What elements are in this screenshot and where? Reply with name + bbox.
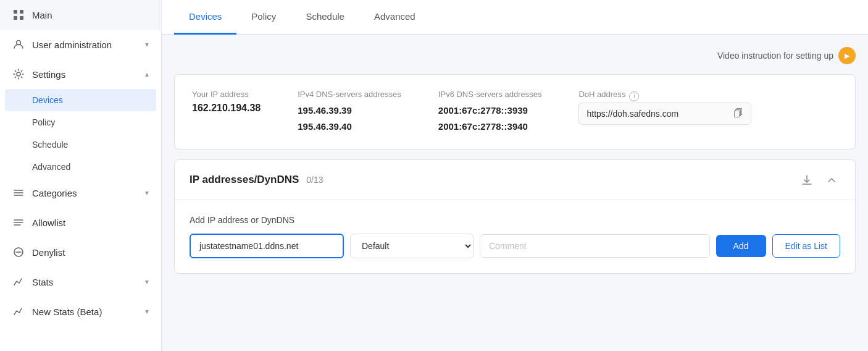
video-instruction: Video instruction for setting up ▶ bbox=[174, 47, 856, 64]
sidebar-item-denylist[interactable]: Denylist bbox=[0, 237, 161, 267]
dns-info-card: Your IP address 162.210.194.38 IPv4 DNS-… bbox=[174, 74, 856, 150]
comment-input[interactable] bbox=[480, 234, 710, 258]
ipv4-value-1: 195.46.39.39 bbox=[298, 105, 352, 116]
doh-group: DoH address i https://doh.safedns.com 🗍 bbox=[578, 90, 751, 134]
sidebar-item-schedule[interactable]: Schedule bbox=[0, 133, 161, 156]
section-title: IP addresses/DynDNS bbox=[190, 174, 299, 186]
doh-label-wrap: DoH address i bbox=[578, 90, 751, 103]
sidebar-item-allowlist-label: Allowlist bbox=[32, 218, 65, 228]
info-icon[interactable]: i bbox=[629, 91, 639, 101]
ipv6-group: IPv6 DNS-servers addresses 2001:67c:2778… bbox=[438, 90, 542, 134]
doh-label: DoH address bbox=[578, 90, 625, 99]
sidebar-item-main-label: Main bbox=[32, 10, 52, 20]
main-content: Devices Policy Schedule Advanced Video i… bbox=[162, 0, 868, 351]
chevron-down-icon-3: ▾ bbox=[145, 277, 149, 286]
sidebar-item-advanced[interactable]: Advanced bbox=[0, 156, 161, 178]
sidebar-item-stats-label: Stats bbox=[32, 277, 53, 287]
ipv6-label: IPv6 DNS-servers addresses bbox=[438, 90, 542, 99]
download-button[interactable] bbox=[798, 171, 816, 188]
ip-address-value: 162.210.194.38 bbox=[192, 103, 261, 114]
section-header: IP addresses/DynDNS 0/13 bbox=[175, 160, 855, 200]
sidebar-item-new-stats[interactable]: New Stats (Beta) ▾ bbox=[0, 297, 161, 326]
tab-policy[interactable]: Policy bbox=[236, 0, 291, 35]
categories-icon bbox=[12, 187, 25, 199]
tab-schedule[interactable]: Schedule bbox=[291, 0, 359, 35]
chevron-up-icon: ▴ bbox=[145, 70, 149, 78]
section-count: 0/13 bbox=[306, 175, 323, 185]
chevron-down-icon-4: ▾ bbox=[145, 307, 149, 316]
grid-icon bbox=[12, 9, 25, 21]
profile-select[interactable]: Default bbox=[350, 234, 474, 258]
sidebar: Main User administration ▾ Settings ▴ De… bbox=[0, 0, 162, 351]
ip-section-card: IP addresses/DynDNS 0/13 bbox=[174, 159, 856, 274]
sidebar-item-user-admin-label: User administration bbox=[32, 40, 112, 50]
sidebar-sub-policy-label: Policy bbox=[32, 117, 55, 127]
collapse-button[interactable] bbox=[823, 171, 840, 188]
sidebar-item-allowlist[interactable]: Allowlist bbox=[0, 208, 161, 237]
svg-rect-1 bbox=[20, 10, 23, 14]
sidebar-item-stats[interactable]: Stats ▾ bbox=[0, 267, 161, 297]
sidebar-sub-devices-label: Devices bbox=[32, 95, 63, 105]
ipv4-label: IPv4 DNS-servers addresses bbox=[298, 90, 401, 99]
svg-point-5 bbox=[17, 72, 20, 76]
page-content: Video instruction for setting up ▶ Your … bbox=[162, 35, 868, 351]
add-button[interactable]: Add bbox=[716, 235, 766, 257]
svg-rect-0 bbox=[14, 10, 17, 14]
chevron-down-icon-2: ▾ bbox=[145, 188, 149, 197]
sidebar-item-devices[interactable]: Devices bbox=[5, 89, 156, 111]
svg-rect-3 bbox=[20, 16, 23, 20]
add-form-row: Default Add Edit as List bbox=[190, 234, 840, 258]
ipv6-value-1: 2001:67c:2778::3939 bbox=[438, 105, 528, 116]
stats-icon bbox=[12, 276, 25, 288]
sidebar-sub-schedule-label: Schedule bbox=[32, 140, 68, 150]
denylist-icon bbox=[12, 246, 25, 258]
allowlist-icon bbox=[12, 216, 25, 229]
add-form-area: Add IP address or DynDNS Default Add Edi… bbox=[175, 200, 855, 273]
ip-address-input[interactable] bbox=[190, 234, 344, 258]
sidebar-item-categories[interactable]: Categories ▾ bbox=[0, 178, 161, 208]
ipv6-value-2: 2001:67c:2778::3940 bbox=[438, 121, 528, 132]
ip-address-label: Your IP address bbox=[192, 90, 261, 99]
settings-icon bbox=[12, 68, 25, 80]
new-stats-icon bbox=[12, 305, 25, 318]
add-form-label: Add IP address or DynDNS bbox=[190, 215, 840, 225]
doh-input-value: https://doh.safedns.com bbox=[586, 109, 728, 119]
sidebar-item-main[interactable]: Main bbox=[0, 0, 161, 30]
ipv4-value-2: 195.46.39.40 bbox=[298, 121, 352, 132]
video-instruction-text: Video instruction for setting up bbox=[717, 51, 833, 61]
tab-advanced[interactable]: Advanced bbox=[359, 0, 430, 35]
copy-icon[interactable]: 🗍 bbox=[733, 108, 743, 119]
edit-as-list-button[interactable]: Edit as List bbox=[772, 234, 840, 258]
ipv6-values: 2001:67c:2778::3939 2001:67c:2778::3940 bbox=[438, 103, 542, 134]
play-button[interactable]: ▶ bbox=[838, 47, 856, 64]
tab-bar: Devices Policy Schedule Advanced bbox=[162, 0, 868, 35]
ipv4-group: IPv4 DNS-servers addresses 195.46.39.39 … bbox=[298, 90, 401, 134]
sidebar-item-settings-label: Settings bbox=[32, 69, 65, 80]
tab-devices[interactable]: Devices bbox=[174, 0, 236, 35]
svg-rect-2 bbox=[14, 16, 17, 20]
sidebar-item-categories-label: Categories bbox=[32, 188, 77, 198]
sidebar-item-denylist-label: Denylist bbox=[32, 247, 65, 258]
sidebar-item-policy[interactable]: Policy bbox=[0, 111, 161, 133]
sidebar-item-user-admin[interactable]: User administration ▾ bbox=[0, 30, 161, 59]
ip-address-group: Your IP address 162.210.194.38 bbox=[192, 90, 261, 134]
doh-input-wrap: https://doh.safedns.com 🗍 bbox=[578, 103, 751, 125]
sidebar-item-settings[interactable]: Settings ▴ bbox=[0, 59, 161, 89]
section-actions bbox=[798, 171, 840, 188]
sidebar-item-new-stats-label: New Stats (Beta) bbox=[32, 307, 102, 317]
chevron-down-icon: ▾ bbox=[145, 40, 149, 49]
ipv4-values: 195.46.39.39 195.46.39.40 bbox=[298, 103, 401, 134]
sidebar-sub-advanced-label: Advanced bbox=[32, 162, 70, 172]
user-icon bbox=[12, 38, 25, 51]
